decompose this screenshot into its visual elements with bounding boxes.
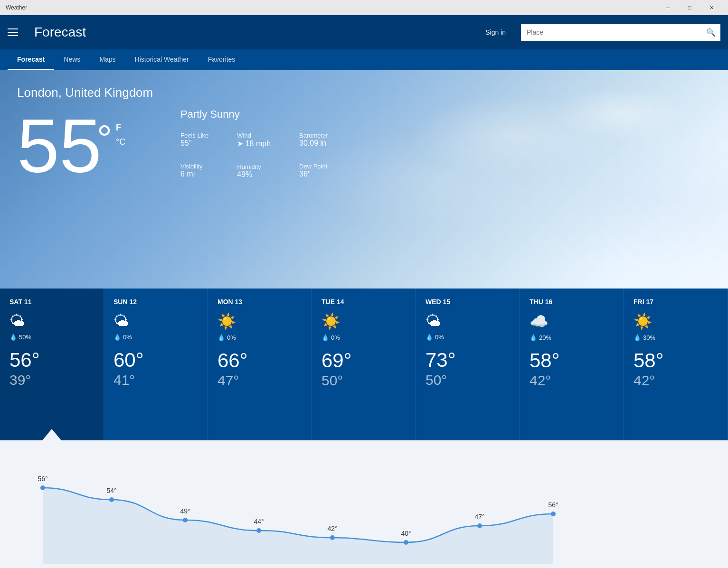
chart-label: 56°: [548, 501, 558, 509]
chart-svg: 56°54°49°44°42°40°47°56°: [0, 450, 728, 564]
forecast-day-5[interactable]: THU 16 ☁️ 💧20% 58° 42°: [520, 289, 624, 440]
unit-c[interactable]: °C: [116, 135, 125, 149]
dew-point-stat: Dew Point 36°: [299, 163, 328, 178]
minimize-button[interactable]: ─: [657, 0, 679, 15]
weather-icon: ☀️: [217, 312, 302, 330]
drop-icon: 💧: [633, 334, 641, 341]
degree-symbol: °: [97, 117, 112, 161]
drop-icon: 💧: [425, 334, 433, 341]
high-temp: 69°: [321, 351, 406, 371]
temperature-value: 55: [17, 108, 102, 184]
chart-point: [551, 512, 556, 516]
titlebar: Weather ─ □ ✕: [0, 0, 728, 15]
humidity-value: 49%: [237, 170, 271, 179]
weather-icon: 🌤: [113, 312, 198, 330]
forecast-strip: SAT 11 🌤 💧50% 56° 39° SUN 12 🌤 💧0% 60° 4…: [0, 289, 728, 440]
day-name: WED 15: [425, 298, 510, 306]
low-temp: 47°: [217, 372, 302, 389]
temperature-row: 55 ° F °C Partly Sunny Feels Like 55° V: [17, 108, 711, 184]
sign-in-button[interactable]: Sign in: [485, 28, 506, 36]
weather-icon: 🌤: [425, 312, 510, 330]
visibility-value: 6 mi: [180, 170, 208, 178]
chart-point: [477, 523, 482, 528]
drop-icon: 💧: [529, 334, 537, 341]
search-button[interactable]: 🔍: [701, 24, 720, 41]
conditions-panel: Partly Sunny Feels Like 55° Visibility 6…: [180, 108, 328, 179]
forecast-day-4[interactable]: WED 15 🌤 💧0% 73° 50°: [416, 289, 520, 440]
selection-arrow: [42, 429, 61, 440]
chart-point: [404, 540, 408, 545]
day-name: SUN 12: [113, 298, 198, 306]
precip-value: 💧0%: [113, 334, 198, 341]
search-input[interactable]: [521, 24, 701, 41]
drop-icon: 💧: [9, 334, 17, 341]
location-label: London, United Kingdom: [17, 85, 711, 100]
high-temp: 58°: [633, 351, 718, 371]
nav-maps[interactable]: Maps: [90, 49, 125, 70]
nav-news[interactable]: News: [54, 49, 90, 70]
visibility-label: Visibility: [180, 163, 208, 170]
weather-icon: ☁️: [529, 312, 614, 330]
barometer-value: 30.09 in: [299, 139, 328, 148]
day-name: THU 16: [529, 298, 614, 306]
precip-value: 💧20%: [529, 334, 614, 341]
visibility-stat: Visibility 6 mi: [180, 163, 208, 178]
feels-like-label: Feels Like: [180, 132, 208, 139]
page-title: Forecast: [34, 25, 476, 40]
precip-value: 💧30%: [633, 334, 718, 341]
stats-col-3: Barometer 30.09 in Dew Point 36°: [299, 132, 328, 179]
high-temp: 73°: [425, 350, 510, 370]
forecast-day-3[interactable]: TUE 14 ☀️ 💧0% 69° 50°: [312, 289, 416, 440]
chart-label: 42°: [327, 525, 337, 532]
low-temp: 39°: [9, 372, 94, 388]
forecast-day-6[interactable]: FRI 17 ☀️ 💧30% 58° 42°: [624, 289, 728, 440]
chart-label: 49°: [180, 507, 190, 515]
wind-stat: Wind ➤ 18 mph: [237, 132, 271, 148]
chart-label: 40°: [401, 530, 411, 537]
nav-favorites[interactable]: Favorites: [199, 49, 245, 70]
day-name: FRI 17: [633, 298, 718, 306]
precip-value: 💧50%: [9, 334, 94, 341]
forecast-day-1[interactable]: SUN 12 🌤 💧0% 60° 41°: [104, 289, 208, 440]
hero-section: London, United Kingdom 55 ° F °C Partly …: [0, 70, 728, 289]
day-name: MON 13: [217, 298, 302, 306]
chart-label: 47°: [474, 513, 484, 521]
feels-like-value: 55°: [180, 139, 208, 148]
forecast-day-2[interactable]: MON 13 ☀️ 💧0% 66° 47°: [208, 289, 312, 440]
maximize-button[interactable]: □: [679, 0, 700, 15]
drop-icon: 💧: [217, 334, 225, 341]
app-header: Forecast Sign in 🔍: [0, 15, 728, 49]
stats-col-2: Wind ➤ 18 mph Humidity 49%: [237, 132, 271, 179]
weather-icon: ☀️: [321, 312, 406, 330]
nav-forecast[interactable]: Forecast: [8, 49, 54, 70]
high-temp: 58°: [529, 351, 614, 371]
low-temp: 41°: [113, 372, 198, 388]
condition-label: Partly Sunny: [180, 108, 328, 121]
app-title: Weather: [6, 4, 27, 11]
humidity-label: Humidity: [237, 163, 271, 170]
chart-label: 54°: [106, 487, 116, 494]
low-temp: 50°: [321, 372, 406, 389]
precip-value: 💧0%: [321, 334, 406, 341]
humidity-stat: Humidity 49%: [237, 163, 271, 179]
low-temp: 42°: [529, 372, 614, 389]
low-temp: 50°: [425, 372, 510, 388]
day-name: SAT 11: [9, 298, 94, 306]
precip-value: 💧0%: [425, 334, 510, 341]
unit-toggle[interactable]: F °C: [116, 121, 125, 149]
close-button[interactable]: ✕: [700, 0, 722, 15]
chart-point: [256, 528, 261, 533]
wind-label: Wind: [237, 132, 271, 139]
nav-historical-weather[interactable]: Historical Weather: [125, 49, 199, 70]
search-box: 🔍: [521, 24, 720, 41]
low-temp: 42°: [633, 372, 718, 389]
window-controls: ─ □ ✕: [657, 0, 722, 15]
menu-button[interactable]: [8, 24, 25, 41]
unit-f[interactable]: F: [116, 121, 125, 135]
feels-like-stat: Feels Like 55°: [180, 132, 208, 148]
chart-label: 56°: [38, 475, 47, 483]
forecast-day-0[interactable]: SAT 11 🌤 💧50% 56° 39°: [0, 289, 104, 440]
dew-point-label: Dew Point: [299, 163, 328, 170]
chart-label: 44°: [254, 518, 264, 525]
chart-point: [183, 518, 188, 522]
